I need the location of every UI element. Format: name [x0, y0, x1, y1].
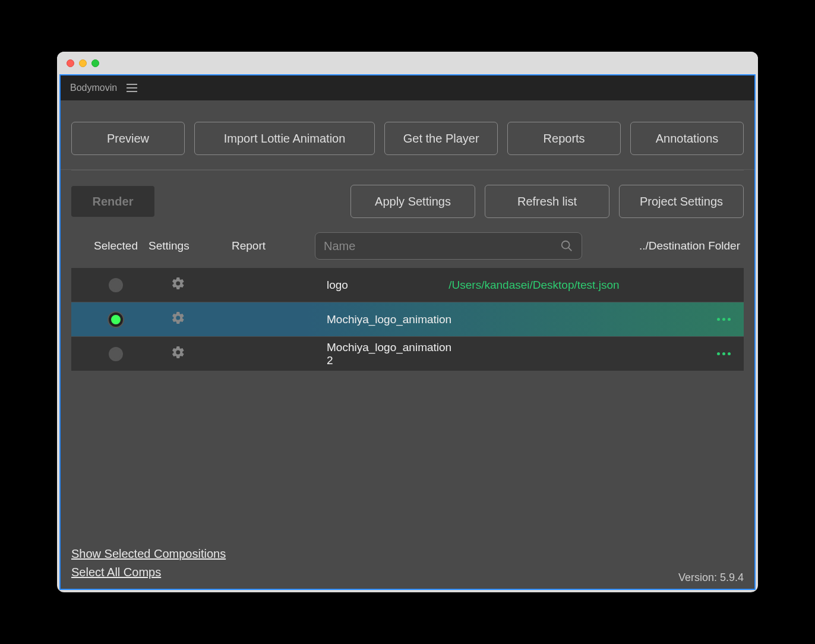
gear-icon[interactable] [171, 345, 185, 362]
refresh-list-button[interactable]: Refresh list [485, 185, 609, 218]
table-row[interactable]: logo /Users/kandasei/Desktop/test.json [71, 268, 744, 302]
comp-name: Mochiya_logo_animation [327, 313, 446, 326]
toolbar: Preview Import Lottie Animation Get the … [61, 100, 754, 170]
gear-icon[interactable] [171, 311, 185, 328]
minimize-button[interactable] [79, 59, 87, 67]
col-name [315, 232, 613, 260]
apply-settings-button[interactable]: Apply Settings [350, 185, 475, 218]
window: Bodymovin Preview Import Lottie Animatio… [57, 52, 758, 592]
col-destination: ../Destination Folder [613, 239, 744, 252]
comp-name: logo [327, 279, 446, 292]
select-radio[interactable] [109, 278, 123, 292]
svg-line-1 [568, 248, 571, 251]
get-player-button[interactable]: Get the Player [384, 122, 498, 155]
close-button[interactable] [67, 59, 74, 67]
select-all-link[interactable]: Select All Comps [71, 566, 161, 579]
search-input[interactable] [324, 239, 560, 253]
search-icon [560, 239, 573, 252]
app-header: Bodymovin [61, 75, 754, 100]
select-radio[interactable] [109, 347, 123, 361]
destination-path: /Users/kandasei/Desktop/test.json [448, 279, 619, 291]
titlebar [57, 52, 758, 74]
preview-button[interactable]: Preview [71, 122, 185, 155]
table-row[interactable]: Mochiya_logo_animation [71, 302, 744, 336]
version-label: Version: 5.9.4 [678, 572, 744, 584]
gear-icon[interactable] [171, 276, 185, 293]
maximize-button[interactable] [91, 59, 99, 67]
show-selected-link[interactable]: Show Selected Compositions [71, 547, 226, 561]
render-button[interactable]: Render [71, 186, 154, 217]
search-input-wrap[interactable] [315, 232, 582, 260]
col-settings: Settings [149, 239, 232, 252]
app-frame: Bodymovin Preview Import Lottie Animatio… [59, 74, 756, 590]
divider [71, 170, 744, 171]
annotations-button[interactable]: Annotations [630, 122, 744, 155]
menu-icon[interactable] [127, 84, 137, 92]
actionbar: Render Apply Settings Refresh list Proje… [61, 185, 754, 232]
column-headers: Selected Settings Report ../Destination … [61, 232, 754, 268]
comp-name: Mochiya_logo_animation 2 [327, 341, 446, 367]
rows-container: logo /Users/kandasei/Desktop/test.json M… [61, 268, 754, 371]
more-icon[interactable] [717, 318, 731, 321]
app-title: Bodymovin [70, 83, 117, 93]
more-icon[interactable] [717, 352, 731, 355]
svg-point-0 [562, 241, 570, 249]
reports-button[interactable]: Reports [507, 122, 621, 155]
col-report: Report [232, 239, 315, 252]
select-radio[interactable] [109, 312, 123, 327]
col-selected: Selected [71, 239, 149, 252]
footer: Show Selected Compositions Select All Co… [71, 547, 744, 584]
table-row[interactable]: Mochiya_logo_animation 2 [71, 337, 744, 371]
project-settings-button[interactable]: Project Settings [619, 185, 744, 218]
import-button[interactable]: Import Lottie Animation [194, 122, 375, 155]
